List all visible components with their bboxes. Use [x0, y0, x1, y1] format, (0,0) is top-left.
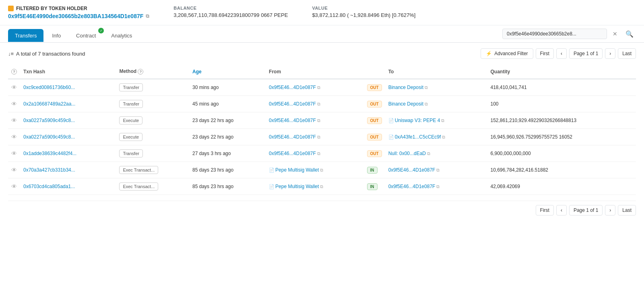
- to-cell: 0x9f5E46...4D1e087F⧉: [385, 178, 487, 195]
- eye-cell: 👁: [8, 129, 20, 145]
- quantity-cell: 6,900,000,000,000: [487, 145, 636, 162]
- txn-hash-link[interactable]: 0x70a3a427cb331b34...: [23, 167, 75, 173]
- to-cell: Binance Deposit⧉: [385, 96, 487, 112]
- eye-icon[interactable]: 👁: [11, 183, 17, 190]
- next-page-button-top[interactable]: ›: [605, 48, 615, 59]
- eye-icon[interactable]: 👁: [11, 117, 17, 124]
- contract-doc-icon: 📄: [388, 118, 394, 123]
- eye-icon[interactable]: 👁: [11, 150, 17, 157]
- tab-transfers[interactable]: Transfers: [8, 29, 43, 42]
- copy-from-icon[interactable]: ⧉: [317, 135, 320, 139]
- first-page-button-bottom[interactable]: First: [536, 205, 554, 215]
- prev-page-button-bottom[interactable]: ‹: [556, 205, 567, 215]
- copy-to-icon[interactable]: ⧉: [442, 135, 445, 139]
- direction-badge: OUT: [367, 84, 382, 91]
- tab-analytics[interactable]: Analytics: [104, 29, 139, 42]
- to-cell: Binance Deposit⧉: [385, 79, 487, 96]
- col-from-header: From: [266, 64, 363, 79]
- prev-page-button-top[interactable]: ‹: [556, 48, 567, 59]
- to-link[interactable]: 0x9f5E46...4D1e087F: [388, 167, 436, 173]
- copy-to-icon[interactable]: ⧉: [425, 102, 428, 106]
- txn-hash-link[interactable]: 0x1adde38639c4482f4...: [23, 151, 76, 156]
- col-age-header[interactable]: Age: [189, 64, 266, 79]
- last-page-button-bottom[interactable]: Last: [618, 205, 636, 215]
- copy-to-icon[interactable]: ⧉: [436, 184, 440, 189]
- from-link[interactable]: 0x9f5E46...4D1e087F: [269, 118, 316, 123]
- search-button[interactable]: 🔍: [623, 29, 636, 39]
- method-cell: Transfer: [116, 96, 189, 112]
- method-badge: Exec Transact...: [119, 182, 158, 191]
- direction-badge: OUT: [367, 117, 382, 124]
- txn-hash-link[interactable]: 0xc9ced00861736b60...: [23, 85, 75, 90]
- copy-to-icon[interactable]: ⧉: [441, 118, 444, 123]
- to-link[interactable]: Uniswap V3: PEPE 4: [395, 118, 440, 123]
- method-badge: Transfer: [119, 100, 143, 108]
- txn-hash-cell: 0x70a3a427cb331b34...: [20, 162, 116, 178]
- direction-badge: OUT: [367, 101, 382, 108]
- txn-hash-cell: 0xa0227a5909c459c8...: [20, 129, 116, 145]
- to-link[interactable]: Null: 0x00...dEaD: [388, 151, 426, 156]
- bottom-pagination-row: First ‹ Page 1 of 1 › Last: [8, 201, 636, 215]
- txn-hash-link[interactable]: 0xa0227a5909c459c8...: [23, 118, 75, 123]
- eye-icon[interactable]: 👁: [11, 134, 17, 140]
- txn-hash-link[interactable]: 0x2a106687489a22aa...: [23, 101, 75, 107]
- token-holder-address[interactable]: 0x9f5E46E4990dee30665b2e803BA134564D1e08…: [8, 13, 149, 19]
- copy-from-icon[interactable]: ⧉: [317, 118, 320, 123]
- copy-to-icon[interactable]: ⧉: [425, 85, 428, 90]
- direction-cell: OUT: [364, 112, 385, 129]
- direction-cell: OUT: [364, 145, 385, 162]
- first-page-button-top[interactable]: First: [536, 48, 554, 59]
- to-link[interactable]: 0xA43fe1...C5cCEc9f: [395, 134, 441, 140]
- method-help-icon[interactable]: ?: [138, 69, 143, 75]
- method-badge: Exec Transact...: [119, 166, 158, 174]
- value-label: VALUE: [312, 6, 415, 10]
- tab-contract[interactable]: Contract ✓: [69, 29, 103, 42]
- tab-info[interactable]: Info: [45, 29, 68, 42]
- method-cell: Transfer: [116, 79, 189, 96]
- last-page-button-top[interactable]: Last: [618, 48, 636, 59]
- copy-to-icon[interactable]: ⧉: [427, 151, 430, 156]
- eye-icon[interactable]: 👁: [11, 101, 17, 107]
- from-link[interactable]: 0x9f5E46...4D1e087F: [269, 151, 316, 156]
- copy-address-icon[interactable]: ⧉: [146, 13, 149, 19]
- txn-hash-link[interactable]: 0xa0227a5909c459c8...: [23, 134, 75, 140]
- col-txn-hash-header: Txn Hash: [20, 64, 116, 79]
- copy-from-icon[interactable]: ⧉: [320, 168, 323, 172]
- help-icon[interactable]: ?: [11, 69, 17, 75]
- txn-hash-link[interactable]: 0x6703cd4ca805ada1...: [23, 184, 75, 189]
- from-link[interactable]: Pepe Multisig Wallet: [275, 167, 319, 173]
- copy-from-icon[interactable]: ⧉: [317, 102, 320, 106]
- next-page-button-bottom[interactable]: ›: [605, 205, 615, 215]
- quantity-cell: 418,410,041,741: [487, 79, 636, 96]
- copy-from-icon[interactable]: ⧉: [320, 184, 323, 189]
- filtered-label: FILTERED BY TOKEN HOLDER: [8, 6, 149, 11]
- to-cell: Null: 0x00...dEaD⧉: [385, 145, 487, 162]
- from-link[interactable]: 0x9f5E46...4D1e087F: [269, 101, 316, 107]
- top-pagination-row: ⚡ Advanced Filter First ‹ Page 1 of 1 › …: [481, 48, 636, 59]
- from-cell: 📄Pepe Multisig Wallet⧉: [266, 162, 363, 178]
- advanced-filter-button[interactable]: ⚡ Advanced Filter: [481, 48, 533, 59]
- to-link[interactable]: Binance Deposit: [388, 101, 423, 107]
- token-search-input[interactable]: [502, 29, 607, 39]
- age-cell: 85 days 23 hrs ago: [189, 162, 266, 178]
- from-link[interactable]: 0x9f5E46...4D1e087F: [269, 85, 316, 90]
- copy-to-icon[interactable]: ⧉: [436, 168, 440, 172]
- direction-badge: OUT: [367, 134, 382, 141]
- to-link[interactable]: Binance Deposit: [388, 85, 423, 90]
- to-link[interactable]: 0x9f5E46...4D1e087F: [388, 184, 436, 189]
- from-cell: 0x9f5E46...4D1e087F⧉: [266, 79, 363, 96]
- copy-from-icon[interactable]: ⧉: [317, 85, 320, 90]
- eye-cell: 👁: [8, 112, 20, 129]
- direction-cell: OUT: [364, 79, 385, 96]
- eye-icon[interactable]: 👁: [11, 167, 17, 173]
- copy-from-icon[interactable]: ⧉: [317, 151, 320, 156]
- method-cell: Execute: [116, 112, 189, 129]
- from-link[interactable]: Pepe Multisig Wallet: [275, 184, 319, 189]
- eye-cell: 👁: [8, 79, 20, 96]
- from-link[interactable]: 0x9f5E46...4D1e087F: [269, 134, 316, 140]
- method-badge: Transfer: [119, 83, 143, 91]
- search-clear-button[interactable]: ✕: [610, 30, 620, 38]
- eye-icon[interactable]: 👁: [11, 84, 17, 91]
- quantity-cell: 100: [487, 96, 636, 112]
- txn-hash-cell: 0xc9ced00861736b60...: [20, 79, 116, 96]
